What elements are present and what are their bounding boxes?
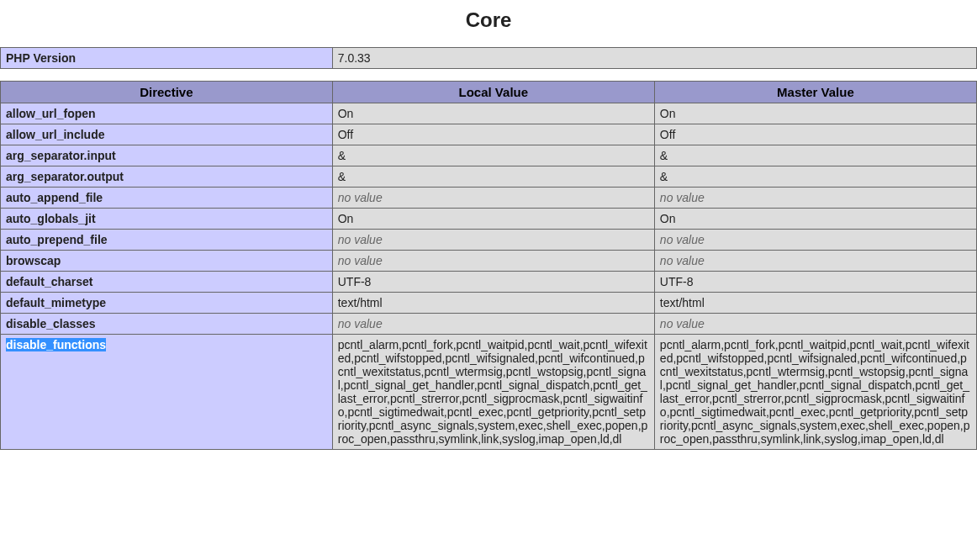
directive-row: disable_classesno valueno value — [1, 314, 977, 335]
directive-local-value: UTF-8 — [332, 272, 654, 293]
no-value-text: no value — [660, 233, 705, 246]
directive-row: arg_separator.output&& — [1, 166, 977, 188]
header-local: Local Value — [332, 82, 654, 103]
directive-master-value: no value — [654, 314, 976, 335]
directive-master-value: pcntl_alarm,pcntl_fork,pcntl_waitpid,pcn… — [654, 335, 976, 450]
directive-row: arg_separator.input&& — [1, 145, 977, 166]
no-value-text: no value — [338, 317, 383, 330]
directive-master-value: On — [654, 103, 976, 124]
section-title: Core — [0, 8, 977, 32]
directive-row: disable_functionspcntl_alarm,pcntl_fork,… — [1, 335, 977, 450]
php-version-value: 7.0.33 — [332, 48, 976, 69]
directive-master-value: UTF-8 — [654, 272, 976, 293]
directive-local-value: no value — [332, 188, 654, 209]
directive-row: browscapno valueno value — [1, 251, 977, 272]
directive-row: default_mimetypetext/htmltext/html — [1, 293, 977, 314]
directive-local-value: On — [332, 103, 654, 124]
directives-table: Directive Local Value Master Value allow… — [0, 81, 977, 450]
directive-local-value: no value — [332, 230, 654, 251]
directive-name: allow_url_fopen — [1, 103, 333, 124]
directive-name: auto_prepend_file — [1, 230, 333, 251]
directive-local-value: text/html — [332, 293, 654, 314]
directive-master-value: no value — [654, 188, 976, 209]
no-value-text: no value — [660, 191, 705, 204]
directive-name: allow_url_include — [1, 124, 333, 145]
directive-master-value: no value — [654, 230, 976, 251]
directives-header-row: Directive Local Value Master Value — [1, 82, 977, 103]
no-value-text: no value — [660, 317, 705, 330]
no-value-text: no value — [660, 254, 705, 267]
directive-local-value: & — [332, 145, 654, 166]
directive-master-value: text/html — [654, 293, 976, 314]
directive-local-value: On — [332, 209, 654, 230]
directive-name: arg_separator.output — [1, 166, 333, 188]
directive-local-value: no value — [332, 251, 654, 272]
directive-name: default_mimetype — [1, 293, 333, 314]
header-master: Master Value — [654, 82, 976, 103]
directive-master-value: Off — [654, 124, 976, 145]
directive-row: allow_url_includeOffOff — [1, 124, 977, 145]
directive-row: allow_url_fopenOnOn — [1, 103, 977, 124]
directive-name: browscap — [1, 251, 333, 272]
header-directive: Directive — [1, 82, 333, 103]
directive-name: disable_functions — [1, 335, 333, 450]
no-value-text: no value — [338, 233, 383, 246]
directive-name: disable_classes — [1, 314, 333, 335]
directive-master-value: no value — [654, 251, 976, 272]
php-version-label: PHP Version — [1, 48, 333, 69]
php-version-row: PHP Version 7.0.33 — [1, 48, 977, 69]
directive-name: auto_append_file — [1, 188, 333, 209]
directive-row: auto_append_fileno valueno value — [1, 188, 977, 209]
directive-row: default_charsetUTF-8UTF-8 — [1, 272, 977, 293]
directive-local-value: Off — [332, 124, 654, 145]
no-value-text: no value — [338, 254, 383, 267]
directive-local-value: & — [332, 166, 654, 188]
directive-name: arg_separator.input — [1, 145, 333, 166]
directive-local-value: pcntl_alarm,pcntl_fork,pcntl_waitpid,pcn… — [332, 335, 654, 450]
directive-master-value: & — [654, 145, 976, 166]
directive-local-value: no value — [332, 314, 654, 335]
no-value-text: no value — [338, 191, 383, 204]
php-version-table: PHP Version 7.0.33 — [0, 47, 977, 69]
directive-name: default_charset — [1, 272, 333, 293]
directive-row: auto_globals_jitOnOn — [1, 209, 977, 230]
directive-master-value: & — [654, 166, 976, 188]
selected-text: disable_functions — [6, 338, 106, 351]
directive-name: auto_globals_jit — [1, 209, 333, 230]
directive-master-value: On — [654, 209, 976, 230]
directive-row: auto_prepend_fileno valueno value — [1, 230, 977, 251]
